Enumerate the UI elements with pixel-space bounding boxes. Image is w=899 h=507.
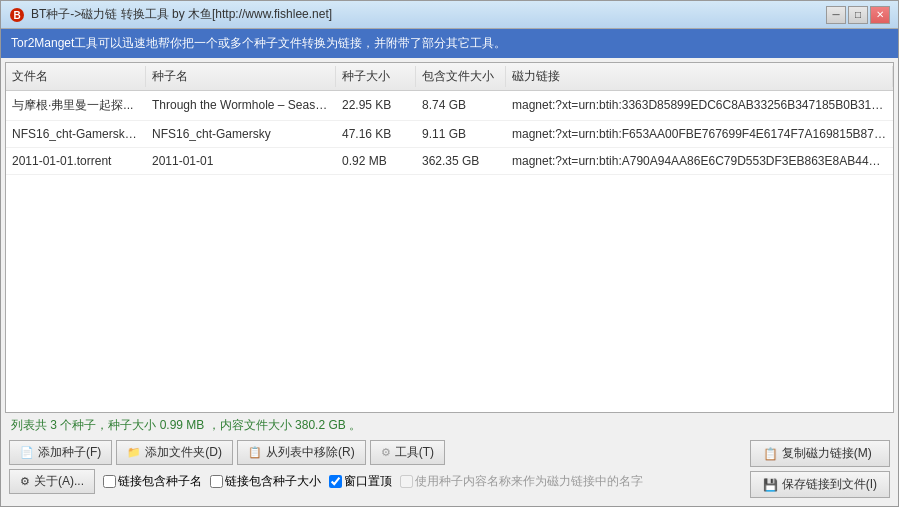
status-bar: 列表共 3 个种子，种子大小 0.99 MB ，内容文件大小 380.2 GB … [5,413,894,438]
content-area: 文件名 种子名 种子大小 包含文件大小 磁力链接 与摩根·弗里曼一起探... T… [1,58,898,506]
use-content-name-label: 使用种子内容名称来作为磁力链接中的名字 [415,473,643,490]
include-seed-name-checkbox[interactable] [103,475,116,488]
title-bar-left: B BT种子->磁力链 转换工具 by 木鱼[http://www.fishle… [9,6,332,23]
window-title: BT种子->磁力链 转换工具 by 木鱼[http://www.fishlee.… [31,6,332,23]
col-header-magnet: 磁力链接 [506,66,893,87]
cell-filename-3: 2011-01-01.torrent [6,152,146,170]
table-row[interactable]: NFS16_cht-Gamersky.to... NFS16_cht-Gamer… [6,121,893,148]
cell-filename-1: 与摩根·弗里曼一起探... [6,95,146,116]
add-folder-button[interactable]: 📁 添加文件夹(D) [116,440,233,465]
remove-icon: 📋 [248,446,262,459]
add-folder-icon: 📁 [127,446,141,459]
cell-seedsize-2: 47.16 KB [336,125,416,143]
cell-seedname-3: 2011-01-01 [146,152,336,170]
tools-button[interactable]: ⚙ 工具(T) [370,440,445,465]
app-icon: B [9,7,25,23]
cell-seedsize-1: 22.95 KB [336,96,416,114]
cell-filename-2: NFS16_cht-Gamersky.to... [6,125,146,143]
title-buttons: ─ □ ✕ [826,6,890,24]
table-container: 文件名 种子名 种子大小 包含文件大小 磁力链接 与摩根·弗里曼一起探... T… [5,62,894,413]
save-to-file-button[interactable]: 💾 保存链接到文件(I) [750,471,890,498]
cell-seedname-1: Through the Wormhole – Season 1 [146,96,336,114]
status-text: 列表共 3 个种子，种子大小 0.99 MB ，内容文件大小 380.2 GB … [11,418,361,432]
col-header-seedname: 种子名 [146,66,336,87]
close-button[interactable]: ✕ [870,6,890,24]
cell-magnet-2: magnet:?xt=urn:btih:F653AA00FBE767699F4E… [506,125,893,143]
copy-icon: 📋 [763,447,778,461]
remove-from-list-button[interactable]: 📋 从列表中移除(R) [237,440,366,465]
table-header: 文件名 种子名 种子大小 包含文件大小 磁力链接 [6,63,893,91]
include-seed-name-label: 链接包含种子名 [118,473,202,490]
use-content-name-checkbox-label: 使用种子内容名称来作为磁力链接中的名字 [400,473,643,490]
include-seed-name-checkbox-label[interactable]: 链接包含种子名 [103,473,202,490]
title-bar: B BT种子->磁力链 转换工具 by 木鱼[http://www.fishle… [1,1,898,29]
use-content-name-checkbox [400,475,413,488]
include-seed-size-checkbox-label[interactable]: 链接包含种子大小 [210,473,321,490]
table-row[interactable]: 与摩根·弗里曼一起探... Through the Wormhole – Sea… [6,91,893,121]
svg-text:B: B [13,10,20,21]
save-icon: 💾 [763,478,778,492]
cell-seedsize-3: 0.92 MB [336,152,416,170]
include-seed-size-label: 链接包含种子大小 [225,473,321,490]
about-button[interactable]: ⚙ 关于(A)... [9,469,95,494]
table-row[interactable]: 2011-01-01.torrent 2011-01-01 0.92 MB 36… [6,148,893,175]
col-header-seedsize: 种子大小 [336,66,416,87]
cell-filesize-1: 8.74 GB [416,96,506,114]
info-text: Tor2Manget工具可以迅速地帮你把一个或多个种子文件转换为链接，并附带了部… [11,36,506,50]
col-header-filesize: 包含文件大小 [416,66,506,87]
table-body: 与摩根·弗里曼一起探... Through the Wormhole – Sea… [6,91,893,175]
copy-magnet-button[interactable]: 📋 复制磁力链接(M) [750,440,890,467]
tools-icon: ⚙ [381,446,391,459]
info-bar: Tor2Manget工具可以迅速地帮你把一个或多个种子文件转换为链接，并附带了部… [1,29,898,58]
minimize-button[interactable]: ─ [826,6,846,24]
cell-magnet-1: magnet:?xt=urn:btih:3363D85899EDC6C8AB33… [506,96,893,114]
maximize-button[interactable]: □ [848,6,868,24]
cell-filesize-2: 9.11 GB [416,125,506,143]
window-position-checkbox[interactable] [329,475,342,488]
cell-seedname-2: NFS16_cht-Gamersky [146,125,336,143]
about-icon: ⚙ [20,475,30,488]
include-seed-size-checkbox[interactable] [210,475,223,488]
add-seed-button[interactable]: 📄 添加种子(F) [9,440,112,465]
window-position-checkbox-label[interactable]: 窗口置顶 [329,473,392,490]
add-seed-icon: 📄 [20,446,34,459]
cell-magnet-3: magnet:?xt=urn:btih:A790A94AA86E6C79D553… [506,152,893,170]
cell-filesize-3: 362.35 GB [416,152,506,170]
main-window: B BT种子->磁力链 转换工具 by 木鱼[http://www.fishle… [0,0,899,507]
window-position-label: 窗口置顶 [344,473,392,490]
col-header-filename: 文件名 [6,66,146,87]
